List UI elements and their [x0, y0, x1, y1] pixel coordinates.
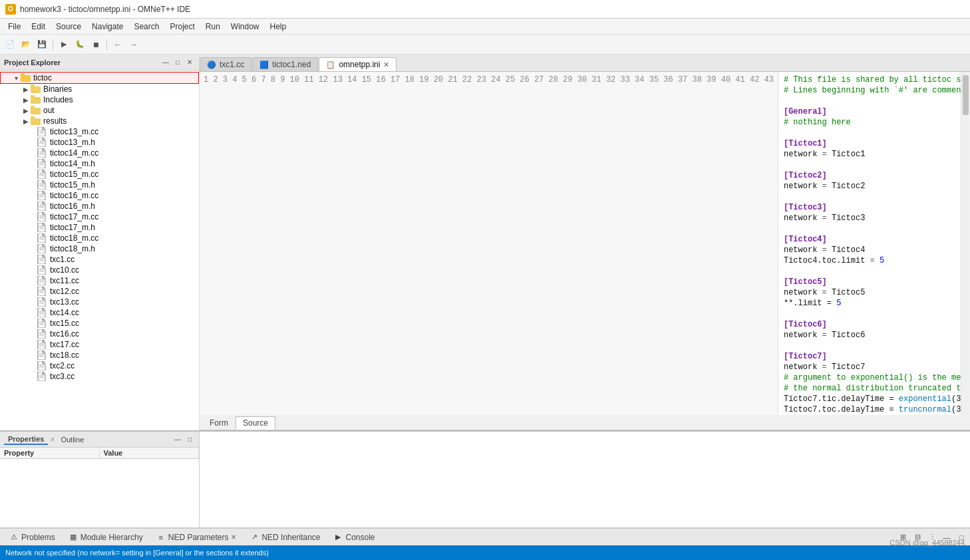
props-table: Property Value [0, 448, 199, 527]
menu-item-window[interactable]: Window [226, 21, 265, 33]
tree-item-txc15cc[interactable]: txc15.cc [0, 318, 199, 329]
txc16cc-icon [37, 329, 48, 339]
tree-item-tictoc16mcc[interactable]: tictoc16_m.cc [0, 190, 199, 201]
ned-parameters-icon: ≡ [156, 533, 166, 542]
tree-item-tictoc13mh[interactable]: tictoc13_m.h [0, 137, 199, 148]
tab-tictoc1ned[interactable]: 🟦 tictoc1.ned [252, 57, 318, 71]
problems-tab[interactable]: ⚠ Problems [3, 531, 62, 543]
tree-item-tictoc14mh[interactable]: tictoc14_m.h [0, 158, 199, 169]
tree-item-txc14cc[interactable]: txc14.cc [0, 307, 199, 318]
svg-rect-9 [31, 116, 35, 119]
outline-tab[interactable]: Outline [57, 435, 88, 444]
tree-item-tictoc13mcc[interactable]: tictoc13_m.cc [0, 126, 199, 137]
tree-item-tictoc15mcc[interactable]: tictoc15_m.cc [0, 169, 199, 180]
open-button[interactable]: 📂 [19, 37, 33, 52]
tictoc16mcc-icon [37, 191, 48, 200]
out-label: out [43, 106, 55, 115]
tree-item-txc13cc[interactable]: txc13.cc [0, 297, 199, 307]
tab-source[interactable]: Source [236, 416, 275, 430]
vertical-scrollbar[interactable] [961, 72, 970, 415]
scroll-thumb[interactable] [963, 75, 969, 115]
tab-close-omnetppini[interactable]: ✕ [383, 61, 389, 69]
txc1cc-label: txc1.cc [50, 255, 75, 264]
sidebar: Project Explorer — □ ✕ ▾ tictoc ▶ [0, 55, 200, 430]
txc12cc-icon [37, 287, 48, 296]
tab-txc1cc[interactable]: 🔵 txc1.cc [200, 57, 251, 71]
svg-rect-0 [21, 75, 31, 82]
txc13cc-icon [37, 297, 48, 307]
expand-tictoc[interactable]: ▾ [11, 74, 21, 82]
tree-item-txc11cc[interactable]: txc11.cc [0, 275, 199, 286]
tree-item-txc2cc[interactable]: txc2.cc [0, 360, 199, 371]
tree-item-txc17cc[interactable]: txc17.cc [0, 339, 199, 350]
tree-item-txc10cc[interactable]: txc10.cc [0, 265, 199, 275]
menu-item-search[interactable]: Search [128, 21, 164, 33]
menu-item-navigate[interactable]: Navigate [86, 21, 128, 33]
tree-item-txc16cc[interactable]: txc16.cc [0, 329, 199, 339]
tictoc15mcc-label: tictoc15_m.cc [50, 170, 98, 179]
sidebar-maximize-button[interactable]: □ [172, 57, 183, 68]
tree-item-txc3cc[interactable]: txc3.cc [0, 371, 199, 382]
tab-form[interactable]: Form [202, 416, 236, 430]
module-hierarchy-label: Module Hierarchy [81, 533, 143, 542]
tree-item-out[interactable]: ▶ out [0, 105, 199, 116]
tree-item-tictoc14mcc[interactable]: tictoc14_m.cc [0, 148, 199, 158]
tictoc18mcc-icon [37, 233, 48, 243]
prop-col-value: Value [100, 448, 200, 458]
expand-results[interactable]: ▶ [21, 118, 31, 125]
tictoc16mh-label: tictoc16_m.h [50, 202, 95, 211]
expand-binaries[interactable]: ▶ [21, 86, 31, 93]
props-minimize-button[interactable]: — [172, 434, 183, 445]
debug-button[interactable]: 🐛 [73, 37, 87, 52]
module-hierarchy-tab[interactable]: ▦ Module Hierarchy [62, 531, 150, 543]
tree-item-txc1cc[interactable]: txc1.cc [0, 254, 199, 265]
ned-parameters-tab[interactable]: ≡ NED Parameters ✕ [150, 531, 243, 543]
save-button[interactable]: 💾 [35, 37, 49, 52]
menu-item-source[interactable]: Source [51, 21, 86, 33]
new-button[interactable]: 📄 [3, 37, 17, 52]
menu-item-edit[interactable]: Edit [26, 21, 51, 33]
tree-item-binaries[interactable]: ▶ Binaries [0, 84, 199, 94]
tictoc17mcc-label: tictoc17_m.cc [50, 212, 98, 221]
menu-item-run[interactable]: Run [200, 21, 226, 33]
tictoc17mh-icon [37, 223, 48, 232]
code-content[interactable]: # This file is shared by all tictoc simu… [778, 72, 961, 415]
tree-item-tictoc17mcc[interactable]: tictoc17_m.cc [0, 211, 199, 222]
tree-item-results[interactable]: ▶ results [0, 116, 199, 126]
tree-item-includes[interactable]: ▶ Includes [0, 94, 199, 105]
tab-omnetppini[interactable]: 📋 omnetpp.ini ✕ [319, 57, 397, 71]
sidebar-minimize-button[interactable]: — [160, 57, 171, 68]
expand-out[interactable]: ▶ [21, 107, 31, 114]
menu-item-help[interactable]: Help [265, 21, 292, 33]
txc2cc-label: txc2.cc [50, 361, 75, 370]
svg-rect-8 [31, 118, 41, 125]
tree-item-txc18cc[interactable]: txc18.cc [0, 350, 199, 360]
menu-item-project[interactable]: Project [164, 21, 200, 33]
tree-item-tictoc18mh[interactable]: tictoc18_m.h [0, 243, 199, 254]
console-tab[interactable]: ▶ Console [327, 531, 381, 543]
properties-tab[interactable]: Properties [4, 434, 48, 445]
results-label: results [43, 116, 67, 126]
ned-inheritance-tab[interactable]: ↗ NED Inheritance [243, 531, 327, 543]
properties-header-buttons: — □ [172, 434, 195, 445]
tab-label-tictoc1ned: tictoc1.ned [272, 60, 311, 69]
expand-includes[interactable]: ▶ [21, 96, 31, 104]
tree-item-tictoc16mh[interactable]: tictoc16_m.h [0, 201, 199, 211]
code-editor: 1 2 3 4 5 6 7 8 9 10 11 12 13 14 15 16 1… [200, 72, 970, 415]
sidebar-close-button[interactable]: ✕ [184, 57, 195, 68]
forward-button[interactable]: → [126, 37, 141, 52]
tree-item-tictoc15mh[interactable]: tictoc15_m.h [0, 180, 199, 190]
tree-item-tictoc18mcc[interactable]: tictoc18_m.cc [0, 233, 199, 243]
out-icon [31, 106, 41, 115]
stop-button[interactable]: ⏹ [88, 37, 103, 52]
titlebar: O homework3 - tictoc/omnetpp.ini - OMNeT… [0, 0, 970, 19]
tree-item-tictoc17mh[interactable]: tictoc17_m.h [0, 222, 199, 233]
run-button[interactable]: ▶ [57, 37, 71, 52]
tree-item-txc12cc[interactable]: txc12.cc [0, 286, 199, 297]
menu-item-file[interactable]: File [3, 21, 26, 33]
ned-parameters-close[interactable]: ✕ [231, 533, 236, 541]
tictoc18mh-label: tictoc18_m.h [50, 244, 95, 253]
back-button[interactable]: ← [110, 37, 125, 52]
props-maximize-button[interactable]: □ [184, 434, 195, 445]
tree-item-tictoc[interactable]: ▾ tictoc [0, 72, 199, 84]
